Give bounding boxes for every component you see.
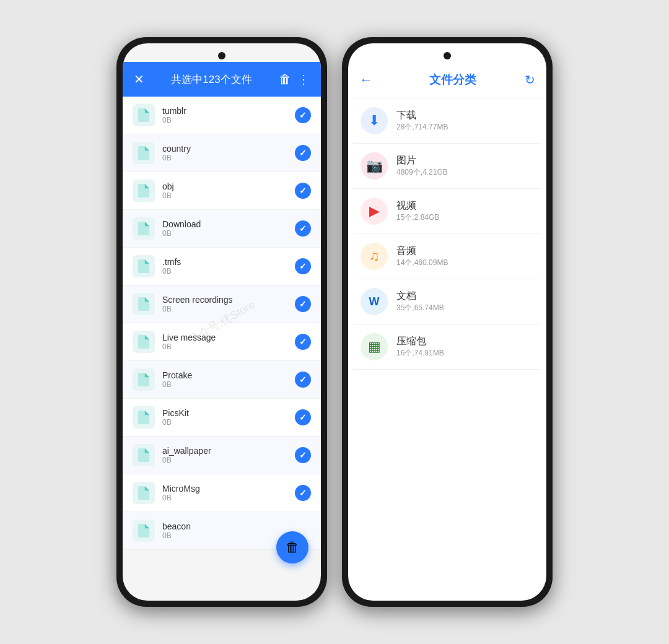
file-size: 0B [162, 229, 295, 238]
file-name: Protake [162, 370, 295, 380]
page-title: 文件分类 [380, 72, 525, 88]
category-item-download[interactable]: ⬇ 下载 28个,714.77MB [353, 98, 541, 144]
video-category-icon: ▶ [361, 198, 388, 225]
file-item[interactable]: tumblr 0B [123, 97, 321, 134]
file-name: Download [162, 219, 295, 229]
file-item[interactable]: country 0B [123, 134, 321, 172]
category-name: 下载 [396, 109, 534, 122]
close-icon[interactable]: ✕ [134, 72, 144, 87]
category-info: 音频 14个,460.09MB [396, 245, 534, 268]
category-item-zip[interactable]: ▦ 压缩包 16个,74.91MB [353, 324, 541, 370]
file-info: Download 0B [162, 219, 295, 238]
file-item[interactable]: PicsKit 0B [123, 399, 321, 437]
back-button[interactable]: ← [359, 72, 373, 88]
check-icon[interactable] [295, 107, 311, 123]
file-item[interactable]: Screen recordings 0B [123, 285, 321, 323]
file-type-icon [133, 255, 155, 277]
file-type-icon [133, 104, 155, 126]
file-type-icon [133, 217, 155, 240]
category-header: ← 文件分类 ↻ [348, 62, 546, 98]
camera-dot [218, 52, 225, 59]
delete-icon[interactable]: 🗑 [279, 72, 291, 87]
category-detail: 14个,460.09MB [396, 258, 534, 268]
file-info: obj 0B [162, 181, 295, 200]
file-name: Live message [162, 333, 295, 342]
file-info: MicroMsg 0B [162, 484, 295, 502]
doc-category-icon: W [361, 288, 388, 315]
left-phone: ✕ 共选中123个文件 🗑 ⋮ tumblr 0B [116, 37, 327, 607]
file-name: MicroMsg [162, 484, 295, 494]
category-detail: 15个,2.84GB [396, 212, 534, 223]
check-icon[interactable] [295, 258, 311, 274]
refresh-button[interactable]: ↻ [525, 72, 535, 87]
download-category-icon: ⬇ [361, 107, 388, 134]
file-name: Screen recordings [162, 295, 295, 305]
check-icon[interactable] [295, 183, 311, 199]
file-name: ai_wallpaper [162, 446, 295, 456]
file-name: PicsKit [162, 408, 295, 418]
file-info: country 0B [162, 144, 295, 162]
file-info: PicsKit 0B [162, 408, 295, 427]
category-info: 图片 4809个,4.21GB [396, 154, 534, 178]
category-item-image[interactable]: 📷 图片 4809个,4.21GB [353, 144, 541, 189]
file-item[interactable]: obj 0B [123, 172, 321, 210]
file-info: .tmfs 0B [162, 257, 295, 276]
file-size: 0B [162, 154, 295, 162]
file-item[interactable]: ai_wallpaper 0B [123, 437, 321, 474]
file-name: beacon [162, 521, 311, 531]
category-info: 文档 35个,65.74MB [396, 290, 534, 313]
fab-delete-button[interactable] [276, 531, 308, 564]
category-info: 下载 28个,714.77MB [396, 109, 534, 133]
check-icon[interactable] [295, 334, 311, 350]
file-size: 0B [162, 116, 295, 124]
file-size: 0B [162, 305, 295, 313]
file-item[interactable]: Live message 0B [123, 323, 321, 361]
category-name: 文档 [396, 290, 534, 303]
category-name: 压缩包 [396, 335, 534, 348]
file-item[interactable]: MicroMsg 0B [123, 474, 321, 512]
file-type-icon [133, 444, 155, 466]
file-type-icon [133, 331, 155, 353]
selection-count-label: 共选中123个文件 [144, 72, 279, 87]
file-size: 0B [162, 267, 295, 276]
selection-header: ✕ 共选中123个文件 🗑 ⋮ [123, 62, 321, 97]
file-type-icon [133, 482, 155, 504]
file-type-icon [133, 406, 155, 429]
check-icon[interactable] [295, 409, 311, 425]
file-name: country [162, 144, 295, 154]
file-list: tumblr 0B country 0B [123, 97, 321, 550]
file-item[interactable]: Download 0B [123, 210, 321, 248]
category-info: 视频 15个,2.84GB [396, 199, 534, 223]
check-icon[interactable] [295, 372, 311, 388]
check-icon[interactable] [295, 447, 311, 463]
file-info: Live message 0B [162, 333, 295, 351]
more-icon[interactable]: ⋮ [297, 72, 310, 87]
zip-category-icon: ▦ [361, 333, 388, 360]
image-category-icon: 📷 [361, 152, 388, 180]
check-icon[interactable] [295, 485, 311, 501]
check-icon[interactable] [295, 220, 311, 237]
file-size: 0B [162, 380, 295, 389]
audio-category-icon: ♫ [361, 243, 388, 270]
file-name: .tmfs [162, 257, 295, 267]
category-item-video[interactable]: ▶ 视频 15个,2.84GB [353, 189, 541, 234]
category-item-doc[interactable]: W 文档 35个,65.74MB [353, 279, 541, 324]
category-name: 视频 [396, 199, 534, 212]
check-icon[interactable] [295, 296, 311, 312]
file-size: 0B [162, 191, 295, 200]
file-size: 0B [162, 494, 295, 502]
camera-dot-right [444, 52, 451, 59]
file-item[interactable]: .tmfs 0B [123, 248, 321, 285]
category-item-audio[interactable]: ♫ 音频 14个,460.09MB [353, 234, 541, 279]
category-name: 图片 [396, 154, 534, 167]
right-phone: ← 文件分类 ↻ ⬇ 下载 28个,714.77MB 📷 图片 4809个,4.… [342, 37, 553, 607]
category-name: 音频 [396, 245, 534, 258]
file-item[interactable]: Protake 0B [123, 361, 321, 399]
file-info: tumblr 0B [162, 106, 295, 124]
file-name: tumblr [162, 106, 295, 116]
file-type-icon [133, 293, 155, 315]
category-list: ⬇ 下载 28个,714.77MB 📷 图片 4809个,4.21GB ▶ 视频… [348, 98, 546, 370]
check-icon[interactable] [295, 145, 311, 161]
file-type-icon [133, 520, 155, 542]
category-detail: 4809个,4.21GB [396, 167, 534, 178]
